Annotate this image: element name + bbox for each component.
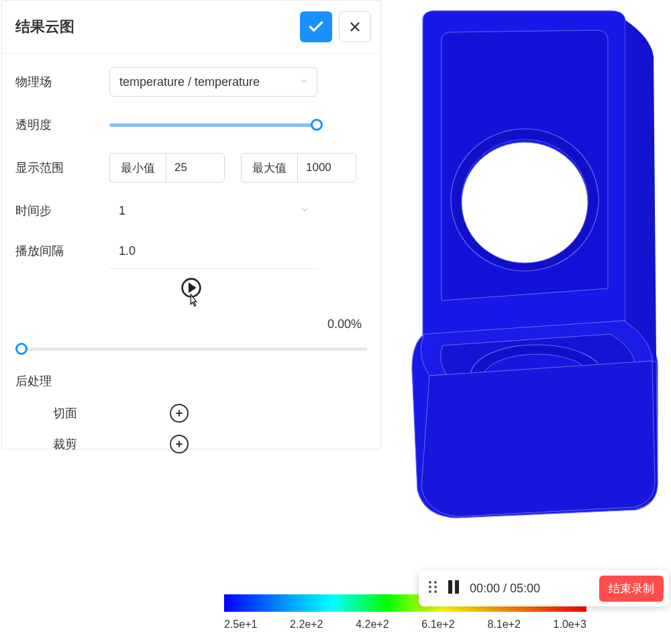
min-input-group: 最小值 (109, 153, 225, 182)
svg-point-17 (429, 590, 431, 593)
timestep-value: 1 (119, 204, 125, 218)
section-label: 切面 (15, 405, 109, 421)
transparency-label: 透明度 (15, 117, 109, 133)
progress-thumb[interactable] (15, 343, 28, 355)
drag-handle-icon[interactable] (428, 580, 437, 596)
progress-slider[interactable] (15, 342, 367, 356)
svg-rect-19 (448, 580, 452, 594)
pause-icon (447, 579, 460, 595)
svg-marker-3 (189, 284, 195, 292)
display-range-row: 显示范围 最小值 最大值 (15, 153, 367, 182)
legend-tick: 8.1e+2 (487, 619, 520, 631)
physics-label: 物理场 (15, 74, 109, 90)
close-button[interactable] (339, 11, 371, 42)
divider (109, 268, 317, 269)
physics-value: temperature / temperature (119, 75, 260, 89)
svg-rect-20 (455, 580, 459, 594)
max-input[interactable] (297, 153, 356, 182)
slider-thumb[interactable] (311, 119, 323, 131)
timestep-row: 时间步 1 (15, 199, 367, 223)
svg-point-13 (429, 581, 431, 584)
plus-icon (174, 439, 185, 449)
stop-recording-button[interactable]: 结束录制 (599, 576, 664, 602)
interval-row: 播放间隔 1.0 (15, 239, 367, 263)
confirm-button[interactable] (300, 11, 332, 42)
interval-value[interactable]: 1.0 (109, 244, 317, 258)
play-button[interactable] (180, 277, 202, 299)
clip-row: 裁剪 (15, 435, 367, 453)
timestep-select[interactable]: 1 (109, 199, 317, 223)
legend-tick: 6.1e+2 (421, 619, 454, 631)
clip-label: 裁剪 (15, 436, 109, 452)
chevron-down-icon (299, 75, 309, 89)
section-row: 切面 (15, 404, 367, 423)
svg-point-10 (462, 142, 588, 263)
panel-title: 结果云图 (15, 17, 74, 37)
svg-point-16 (434, 586, 437, 588)
play-icon (180, 277, 202, 299)
legend-tick: 1.0e+3 (554, 619, 586, 631)
progress-text: 0.00% (15, 317, 367, 331)
panel-body: 物理场 temperature / temperature 透明度 (2, 54, 380, 479)
3d-viewport[interactable] (382, 0, 671, 537)
model-render (382, 0, 671, 537)
legend-labels: 2.5e+1 2.2e+2 4.2e+2 6.1e+2 8.1e+2 1.0e+… (224, 619, 586, 631)
svg-point-15 (429, 586, 431, 588)
legend-tick: 2.2e+2 (290, 619, 323, 631)
postprocess-title: 后处理 (15, 373, 367, 389)
min-addon: 最小值 (109, 153, 166, 182)
transparency-row: 透明度 (15, 113, 367, 137)
physics-row: 物理场 temperature / temperature (15, 67, 367, 97)
max-addon: 最大值 (241, 153, 297, 182)
legend-tick: 4.2e+2 (356, 619, 389, 631)
svg-point-18 (434, 590, 437, 593)
header-actions (300, 11, 371, 42)
check-icon (307, 18, 325, 36)
time-display: 00:00 / 05:00 (470, 582, 590, 596)
interval-label: 播放间隔 (15, 243, 109, 259)
close-icon (348, 19, 362, 34)
recording-bar: 00:00 / 05:00 结束录制 (419, 570, 669, 606)
plus-icon (174, 408, 185, 419)
min-input[interactable] (166, 153, 225, 182)
panel-header: 结果云图 (2, 1, 380, 54)
add-section-button[interactable] (170, 404, 189, 423)
pause-button[interactable] (447, 579, 460, 598)
physics-select[interactable]: temperature / temperature (109, 67, 317, 97)
play-section (15, 277, 367, 311)
settings-panel: 结果云图 物理场 temperature / temperature (1, 0, 381, 449)
max-input-group: 最大值 (241, 153, 356, 182)
svg-point-14 (434, 581, 437, 584)
legend-tick: 2.5e+1 (224, 619, 257, 631)
add-clip-button[interactable] (170, 435, 189, 453)
timestep-label: 时间步 (15, 203, 109, 219)
display-range-label: 显示范围 (15, 160, 109, 176)
chevron-down-icon (300, 204, 309, 218)
transparency-slider[interactable] (109, 118, 317, 131)
